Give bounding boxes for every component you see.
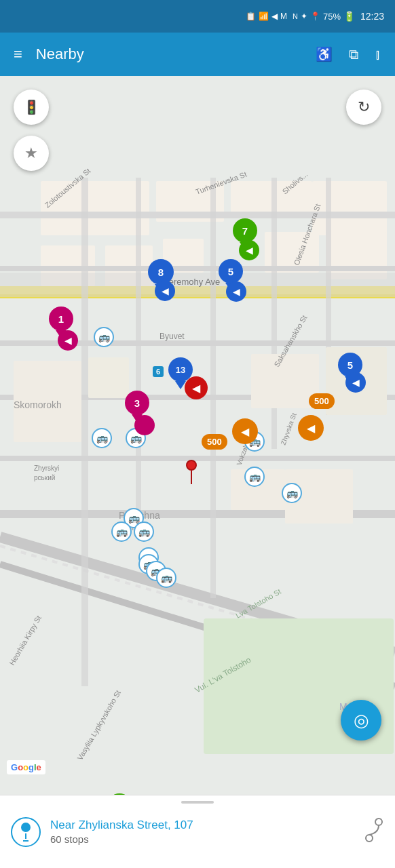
locate-icon: ◎: [354, 710, 369, 731]
refresh-icon: ↻: [358, 98, 370, 116]
bus-stop-6[interactable]: 🚌: [282, 483, 302, 503]
sim-icon: 📋: [246, 12, 256, 21]
svg-text:Zhyrskyi: Zhyrskyi: [34, 465, 59, 472]
nav-bar: ≡ Nearby ♿ ⧉ ⫿: [0, 33, 395, 76]
svg-rect-9: [326, 232, 387, 279]
refresh-button[interactable]: ↻: [346, 90, 381, 125]
traffic-button[interactable]: 🚦: [14, 90, 49, 125]
status-bar: 📋 📶 ◀ M N ✦ 📍 75% 🔋 12:23: [0, 0, 395, 33]
bus-stop-1[interactable]: 🚌: [94, 327, 114, 347]
orange-arrow-right[interactable]: ◀: [298, 415, 324, 441]
battery-icon: 🔋: [343, 11, 355, 22]
stop-number-6: 6: [153, 366, 164, 377]
drag-handle[interactable]: [181, 801, 214, 804]
map-container[interactable]: Zolotoustivska St Turhenievska St Sholiv…: [0, 76, 395, 795]
google-logo: Google: [7, 760, 45, 774]
street-label: Near Zhylianska Street, 107: [50, 818, 358, 832]
stops-count: 60 stops: [50, 833, 358, 845]
traffic-icon: 🚦: [23, 99, 40, 115]
svg-rect-1: [41, 181, 149, 235]
wifi-icon: 📶: [259, 12, 269, 21]
dot-marker-3[interactable]: [134, 415, 155, 435]
svg-point-54: [366, 835, 373, 842]
layers-button[interactable]: ⧉: [343, 41, 364, 68]
badge-500-center: 500: [202, 434, 227, 450]
svg-rect-4: [312, 181, 387, 235]
red-pin: [186, 460, 197, 484]
svg-text:Byuvet: Byuvet: [159, 332, 185, 341]
bus-stop-8[interactable]: 🚌: [111, 521, 132, 542]
svg-text:рський: рський: [34, 474, 55, 481]
star-icon: ★: [24, 144, 38, 162]
svg-rect-23: [136, 178, 141, 517]
gmail-icon: M: [280, 12, 287, 21]
arrow-marker-7[interactable]: ◀: [239, 240, 259, 260]
nfc-icon: N: [293, 12, 298, 20]
menu-button[interactable]: ≡: [8, 40, 28, 68]
badge-500-right: 500: [309, 393, 335, 409]
street-name-value: Zhylianska Street, 107: [79, 818, 193, 831]
battery-percent: 75%: [323, 12, 341, 22]
filter-button[interactable]: ⫿: [369, 41, 387, 68]
bus-stop-13[interactable]: 🚌: [156, 568, 176, 588]
arrow-marker-5b[interactable]: ◀: [345, 372, 366, 393]
svg-rect-24: [210, 178, 216, 598]
svg-rect-13: [0, 212, 395, 218]
bus-stop-9[interactable]: 🚌: [134, 521, 154, 542]
route-icon: [364, 818, 384, 842]
cluster-badge-7: 7: [233, 218, 257, 243]
status-icons: 📋 📶 ◀ M N ✦ 📍 75% 🔋 12:23: [246, 11, 384, 22]
arrow-marker-1[interactable]: ◀: [58, 330, 78, 351]
cluster-badge-5a: 5: [219, 259, 243, 283]
svg-point-53: [375, 818, 382, 825]
bus-stop-5[interactable]: 🚌: [244, 467, 265, 487]
map-background: Zolotoustivska St Turhenievska St Sholiv…: [0, 76, 395, 795]
svg-rect-28: [88, 357, 129, 398]
location-icon: 📍: [310, 12, 320, 21]
location-indicator: [11, 817, 41, 847]
svg-rect-22: [81, 178, 88, 686]
accessibility-button[interactable]: ♿: [310, 41, 338, 68]
page-title: Nearby: [36, 45, 302, 63]
route-button[interactable]: [364, 818, 384, 846]
svg-text:Skomorokh: Skomorokh: [14, 399, 62, 410]
signal-icon: ◀: [271, 12, 278, 21]
bookmark-button[interactable]: ★: [14, 136, 49, 171]
arrow-marker-5a[interactable]: ◀: [226, 281, 246, 302]
arrow-marker-8[interactable]: ◀: [155, 281, 175, 301]
near-prefix: Near: [50, 818, 79, 831]
locate-button[interactable]: ◎: [341, 700, 381, 741]
svg-rect-17: [0, 456, 395, 461]
cluster-badge-3: 3: [125, 391, 149, 415]
arrow-marker-red-13[interactable]: ◀: [185, 376, 208, 399]
nav-icons: ♿ ⧉ ⫿: [310, 41, 387, 68]
bluetooth-icon: ✦: [301, 12, 307, 21]
cluster-badge-1: 1: [49, 307, 73, 331]
clock: 12:23: [360, 11, 384, 22]
location-info: Near Zhylianska Street, 107 60 stops: [50, 818, 358, 845]
svg-rect-14: [0, 266, 395, 271]
bus-stop-2[interactable]: 🚌: [92, 428, 112, 448]
orange-arrow-center[interactable]: ◀: [232, 418, 258, 444]
bottom-panel: Near Zhylianska Street, 107 60 stops: [0, 795, 395, 868]
